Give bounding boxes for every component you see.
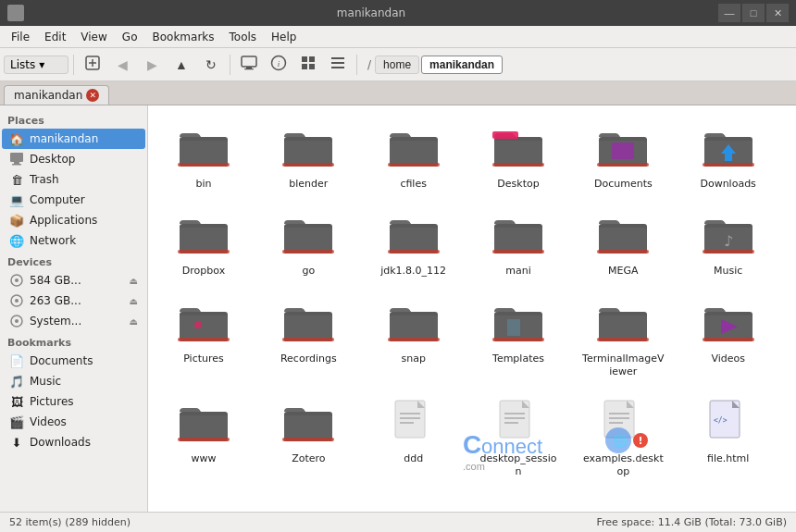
menu-go[interactable]: Go [115,29,145,45]
sidebar-item-trash[interactable]: 🗑 Trash [2,169,145,190]
file-item-mani[interactable]: mani [472,202,565,285]
file-item-music[interactable]: ♪ Music [682,202,775,285]
sidebar-item-bm-pictures[interactable]: 🖼 Pictures [2,391,145,412]
file-item-terminalimageviewer[interactable]: TerminalImageViewer [577,290,669,387]
location-slash: / [366,58,373,71]
menu-tools[interactable]: Tools [222,29,265,45]
up-button[interactable]: ▲ [168,52,195,78]
svg-rect-89 [284,415,332,441]
file-item-documents[interactable]: Documents [577,115,669,198]
desktop-icon [9,152,24,167]
sidebar-item-applications[interactable]: 📦 Applications [2,210,145,230]
file-item-www[interactable]: www [157,390,250,487]
view-dropdown[interactable]: Lists ▾ [4,56,68,74]
menu-edit[interactable]: Edit [37,29,73,45]
network-icon: 🌐 [9,233,24,248]
file-item-mega[interactable]: MEGA [577,202,669,285]
svg-rect-32 [388,163,440,167]
file-name-mani: mani [505,265,530,278]
list-view-button[interactable] [324,52,352,78]
svg-rect-72 [390,315,438,341]
titlebar-left [7,5,24,21]
maximize-button[interactable]: □ [742,4,765,22]
sidebar-item-computer[interactable]: 💻 Computer [2,190,145,210]
sidebar-item-bm-documents[interactable]: 📄 Documents [2,351,145,371]
file-item-cfiles[interactable]: cfiles [367,115,460,198]
file-name-go: go [302,265,315,278]
menu-view[interactable]: View [73,29,114,45]
file-item-desktop-session[interactable]: desktop_session [472,390,565,487]
svg-rect-70 [282,338,334,341]
sidebar-item-manikandan-label: manikandan [30,132,98,145]
folder-icon-desktop [492,122,544,174]
file-name-ddd: ddd [404,452,423,465]
sidebar-item-bm-downloads[interactable]: ⬇ Downloads [2,432,145,452]
sidebar-item-584gb[interactable]: 584 GB... ⏏ [2,270,145,291]
sidebar-item-manikandan[interactable]: 🏠 manikandan [2,129,145,149]
tab-manikandan[interactable]: manikandan ✕ [4,85,109,105]
sidebar-item-bm-music[interactable]: 🎵 Music [2,371,145,391]
svg-rect-5 [244,68,254,69]
forward-icon: ▶ [147,57,157,72]
file-item-snap[interactable]: snap [367,290,460,387]
sidebar-item-desktop[interactable]: Desktop [2,149,145,169]
sidebar-item-network[interactable]: 🌐 Network [2,230,145,251]
file-item-recordings[interactable]: Recordings [262,290,354,387]
eject-system-button[interactable]: ⏏ [130,316,138,327]
eject-263-button[interactable]: ⏏ [130,296,138,306]
applications-icon: 📦 [9,213,24,228]
file-item-zotero[interactable]: Zotero [262,390,354,487]
tab-close-button[interactable]: ✕ [86,89,99,102]
file-item-file-html[interactable]: </> file.html [682,390,775,487]
file-item-blender[interactable]: blender [262,115,354,198]
reload-button[interactable]: ↻ [197,52,225,78]
drive-584-icon [9,273,24,288]
file-item-ddd[interactable]: ddd [367,390,460,487]
folder-icon-music: ♪ [703,209,754,261]
svg-rect-26 [178,163,230,167]
file-item-examples-desktop[interactable]: ! examples.desktop [577,390,669,487]
file-name-dropbox: Dropbox [182,265,225,278]
file-item-desktop[interactable]: Desktop [472,115,565,198]
minimize-button[interactable]: — [718,4,740,22]
sidebar-item-system-label: System... [30,315,81,328]
svg-point-19 [15,278,19,282]
sidebar-item-263gb[interactable]: 263 GB... ⏏ [2,291,145,311]
file-item-pictures[interactable]: Pictures [157,290,250,387]
sidebar: Places 🏠 manikandan Desktop 🗑 Trash 💻 Co… [0,105,148,512]
sidebar-item-bm-pictures-label: Pictures [30,395,74,408]
file-item-downloads[interactable]: Downloads [682,115,775,198]
file-item-templates[interactable]: Templates [472,290,565,387]
eject-584-button[interactable]: ⏏ [130,276,138,286]
sidebar-item-system[interactable]: System... ⏏ [2,311,145,331]
location-current-button[interactable]: manikandan [421,56,503,74]
menu-bookmarks[interactable]: Bookmarks [144,29,221,45]
file-item-go[interactable]: go [262,202,354,285]
menubar: File Edit View Go Bookmarks Tools Help [0,26,796,48]
file-item-dropbox[interactable]: Dropbox [157,202,250,285]
location-home-button[interactable]: home [375,56,419,74]
grid-view-button[interactable] [294,52,322,78]
sidebar-item-bm-documents-label: Documents [30,354,93,367]
forward-button[interactable]: ▶ [138,52,166,78]
back-button[interactable]: ◀ [108,52,136,78]
menu-help[interactable]: Help [264,29,304,45]
info-button[interactable]: i [265,52,292,78]
svg-rect-46 [180,228,228,254]
menu-file[interactable]: File [4,29,37,45]
file-item-bin[interactable]: bin [157,115,250,198]
location-bar: / home manikandan [366,56,503,74]
file-item-jdk[interactable]: jdk1.8.0_112 [367,202,460,285]
folder-icon-www [178,397,230,449]
svg-rect-63 [703,250,754,254]
close-button[interactable]: ✕ [766,4,789,22]
bm-music-icon: 🎵 [9,374,24,389]
folder-icon-mani [492,209,544,261]
new-tab-button[interactable] [79,52,106,78]
computer-button[interactable] [235,52,263,78]
file-item-videos[interactable]: Videos [682,290,775,387]
sidebar-item-263gb-label: 263 GB... [30,294,81,307]
sidebar-item-bm-videos[interactable]: 🎬 Videos [2,412,145,432]
status-item-count: 52 item(s) (289 hidden) [9,516,131,528]
file-area-wrapper: bin blender [148,105,796,512]
